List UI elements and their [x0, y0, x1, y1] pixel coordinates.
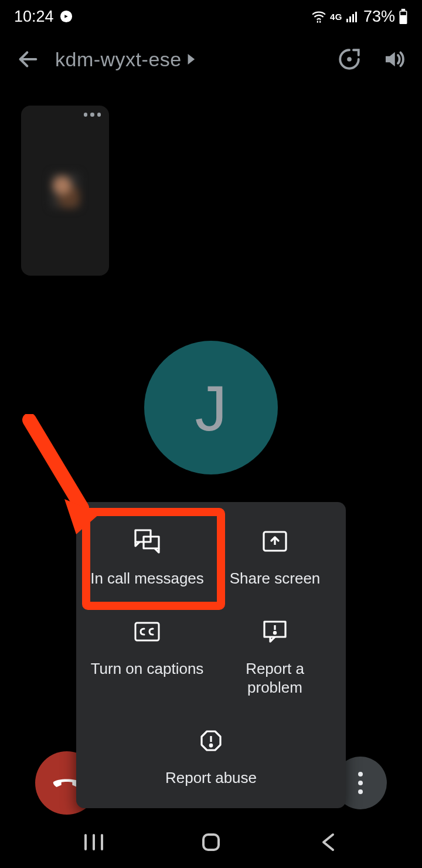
report-abuse-icon — [199, 727, 223, 754]
menu-label: Turn on captions — [91, 659, 204, 678]
switch-camera-button[interactable] — [332, 42, 367, 77]
network-label: 4G — [330, 12, 342, 22]
back-button[interactable] — [11, 42, 46, 77]
menu-label: Share screen — [230, 569, 321, 588]
menu-report-problem[interactable]: Report a problem — [211, 610, 339, 703]
status-right: 4G 73% — [311, 8, 408, 26]
self-tile-more-button[interactable] — [84, 113, 101, 117]
svg-rect-12 — [135, 623, 159, 640]
menu-label: Report a problem — [237, 659, 313, 697]
home-icon — [200, 832, 222, 853]
battery-icon — [399, 9, 408, 24]
status-time: 10:24 — [14, 8, 54, 26]
svg-rect-2 — [349, 16, 351, 22]
duo-icon — [60, 10, 73, 23]
svg-point-8 — [347, 57, 352, 62]
switch-camera-icon — [337, 47, 362, 72]
svg-rect-23 — [203, 835, 219, 850]
app-bar: kdm-wyxt-ese — [0, 33, 422, 86]
chevron-left-icon — [320, 832, 336, 852]
battery-percent: 73% — [363, 8, 395, 26]
volume-button[interactable] — [376, 42, 411, 77]
svg-point-15 — [274, 632, 275, 633]
status-left: 10:24 — [14, 8, 73, 26]
svg-point-18 — [210, 744, 212, 747]
volume-icon — [382, 47, 406, 72]
menu-label: Report abuse — [165, 768, 257, 787]
nav-recents-button[interactable] — [70, 825, 117, 860]
self-view-blurred-thumbnail — [50, 173, 80, 208]
menu-in-call-messages[interactable]: In call messages — [83, 520, 211, 594]
chevron-right-icon — [188, 54, 196, 65]
avatar-letter: J — [195, 371, 227, 445]
arrow-left-icon — [16, 48, 40, 71]
svg-rect-4 — [355, 12, 357, 22]
recents-icon — [83, 833, 104, 852]
self-view-tile[interactable] — [21, 106, 109, 276]
svg-rect-7 — [400, 12, 406, 15]
chat-icon — [133, 528, 161, 555]
closed-captions-icon — [134, 618, 161, 645]
main-area: J In call messages — [0, 86, 422, 821]
participant-avatar: J — [144, 341, 278, 474]
signal-icon — [346, 11, 360, 22]
more-options-menu: In call messages Share screen — [76, 502, 346, 808]
menu-share-screen[interactable]: Share screen — [211, 520, 339, 594]
status-bar: 10:24 4G 73% — [0, 0, 422, 33]
share-screen-icon — [262, 528, 288, 555]
svg-rect-1 — [346, 19, 348, 22]
system-nav-bar — [0, 821, 422, 868]
menu-turn-on-captions[interactable]: Turn on captions — [83, 610, 211, 703]
meeting-code: kdm-wyxt-ese — [55, 48, 182, 71]
svg-rect-5 — [401, 9, 406, 11]
nav-back-button[interactable] — [305, 825, 352, 860]
nav-home-button[interactable] — [188, 825, 234, 860]
meeting-title[interactable]: kdm-wyxt-ese — [55, 48, 322, 71]
menu-report-abuse[interactable]: Report abuse — [83, 719, 339, 793]
svg-rect-3 — [352, 14, 354, 22]
feedback-icon — [262, 618, 288, 645]
wifi-icon — [311, 10, 326, 23]
menu-label: In call messages — [90, 569, 204, 588]
